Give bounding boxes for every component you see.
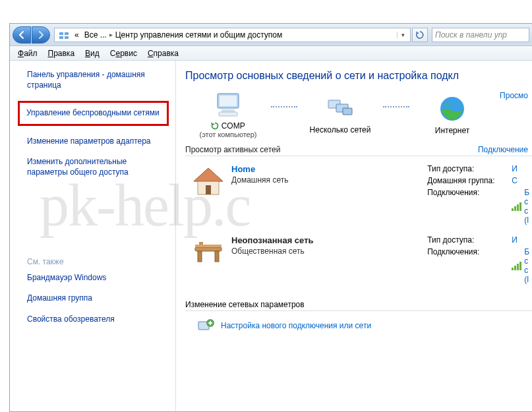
map-node-internet: Интернет: [409, 94, 495, 135]
nav-buttons: [13, 26, 50, 44]
svg-rect-5: [220, 96, 237, 106]
menu-file[interactable]: Файл: [13, 47, 43, 59]
sidebar-home[interactable]: Панель управления - домашняя страница: [27, 70, 166, 90]
network-2-name: Неопознанная сеть: [231, 235, 337, 245]
breadcrumb-seg-1[interactable]: Все ...: [82, 30, 109, 40]
menu-view[interactable]: Вид: [80, 47, 105, 59]
network-2-type[interactable]: Общественная сеть: [231, 247, 337, 256]
menu-edit[interactable]: Правка: [43, 47, 80, 59]
full-map-link[interactable]: Просмо: [500, 91, 528, 100]
svg-rect-1: [65, 32, 69, 35]
network-multi-icon: [324, 95, 356, 123]
svg-rect-3: [65, 36, 69, 39]
globe-icon: [438, 94, 467, 123]
sidebar-sharing[interactable]: Изменить дополнительные параметры общего…: [27, 157, 166, 177]
network-2-conn[interactable]: Б с с (I: [512, 247, 529, 284]
network-map: COMP (этот компьютер) Несколько сетей: [185, 91, 532, 138]
map-node-1-label: COMP: [211, 121, 245, 131]
network-2-props: Тип доступа:И Подключения: Б с с (I: [427, 235, 529, 287]
explorer-window: « Все ... ▸ Центр управления сетями и об…: [9, 23, 532, 412]
map-connector-1: [271, 106, 297, 107]
network-1-type[interactable]: Домашняя сеть: [231, 175, 337, 185]
sidebar-firewall[interactable]: Брандмауэр Windows: [27, 273, 166, 283]
refresh-small-icon: [211, 122, 219, 130]
new-connection-icon: [197, 318, 216, 334]
computer-icon: [212, 91, 244, 119]
sidebar-wireless[interactable]: Управление беспроводными сетями: [18, 101, 169, 126]
signal-icon: [512, 202, 521, 211]
network-2-info: Неопознанная сеть Общественная сеть: [231, 235, 337, 287]
sidebar: Панель управления - домашняя страница Уп…: [10, 61, 176, 411]
menu-tools[interactable]: Сервис: [105, 47, 142, 59]
menu-help[interactable]: Справка: [142, 47, 184, 59]
svg-rect-12: [206, 185, 211, 194]
forward-button[interactable]: [32, 26, 50, 44]
search-placeholder: Поиск в панели упр: [435, 30, 507, 40]
svg-rect-7: [219, 112, 237, 116]
map-node-3-label: Интернет: [435, 126, 469, 135]
breadcrumb-icon: [56, 30, 72, 40]
breadcrumb-history[interactable]: «: [72, 30, 82, 40]
sidebar-homegroup[interactable]: Домашняя группа: [27, 293, 166, 304]
content-area: Панель управления - домашняя страница Уп…: [10, 61, 532, 411]
map-node-multiple: Несколько сетей: [297, 95, 383, 134]
signal-icon: [512, 262, 521, 270]
menubar: Файл Правка Вид Сервис Справка: [10, 46, 532, 61]
network-1-name[interactable]: Home: [231, 164, 337, 174]
network-1-props: Тип доступа:И Домашняя группа:С Подключе…: [427, 164, 529, 227]
active-networks-header: Просмотр активных сетей Подключение: [185, 145, 532, 156]
change-settings-header: Изменение сетевых параметров: [185, 300, 532, 311]
see-also-header: См. также: [27, 257, 166, 266]
breadcrumb-seg-2[interactable]: Центр управления сетями и общим доступом: [113, 30, 285, 40]
svg-rect-6: [222, 109, 235, 112]
titlebar: « Все ... ▸ Центр управления сетями и об…: [10, 24, 532, 46]
task-new-connection-label: Настройка нового подключения или сети: [221, 321, 371, 330]
public-network-icon: [185, 235, 231, 287]
page-title: Просмотр основных сведений о сети и наст…: [185, 70, 532, 82]
svg-rect-0: [59, 32, 63, 35]
network-block-unknown: Неопознанная сеть Общественная сеть Тип …: [185, 235, 532, 287]
address-bar[interactable]: « Все ... ▸ Центр управления сетями и об…: [54, 28, 411, 42]
svg-rect-17: [199, 242, 203, 245]
refresh-button[interactable]: [412, 28, 428, 42]
svg-rect-10: [343, 108, 352, 115]
main-panel: Просмотр основных сведений о сети и наст…: [176, 61, 532, 411]
sidebar-adapter[interactable]: Изменение параметров адаптера: [27, 136, 166, 147]
svg-rect-13: [195, 247, 222, 251]
search-input[interactable]: Поиск в панели упр: [432, 28, 529, 42]
svg-rect-15: [198, 251, 202, 262]
map-connector-2: [383, 106, 409, 107]
network-1-conn[interactable]: Б с с (I: [512, 188, 529, 225]
network-1-info: Home Домашняя сеть: [231, 164, 337, 227]
svg-rect-14: [195, 245, 222, 247]
task-new-connection[interactable]: Настройка нового подключения или сети: [185, 318, 532, 334]
address-dropdown[interactable]: ▾: [397, 32, 409, 38]
map-node-2-label: Несколько сетей: [310, 125, 371, 134]
map-node-this-pc: COMP (этот компьютер): [185, 91, 271, 138]
svg-rect-16: [215, 251, 219, 262]
map-node-1-sub: (этот компьютер): [199, 131, 256, 138]
home-network-icon: [185, 164, 231, 227]
network-block-home: Home Домашняя сеть Тип доступа:И Домашня…: [185, 164, 532, 227]
svg-rect-2: [59, 36, 63, 39]
sidebar-ie[interactable]: Свойства обозревателя: [27, 314, 166, 325]
back-button[interactable]: [13, 26, 31, 44]
connect-disconnect-link[interactable]: Подключение: [478, 145, 528, 154]
